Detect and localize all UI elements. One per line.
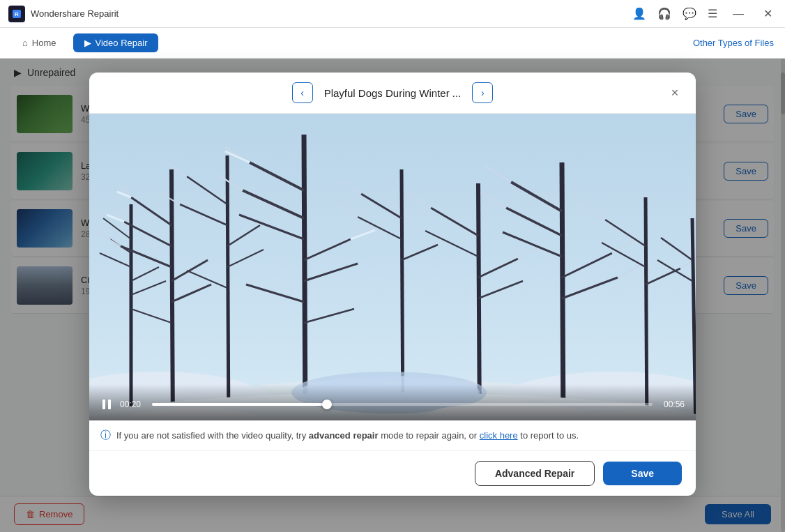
video-icon: ▶ xyxy=(84,38,91,48)
svg-line-58 xyxy=(562,162,563,420)
titlebar: R Wondershare Repairit 👤 🎧 💬 ☰ — ✕ xyxy=(0,0,785,28)
video-preview-dialog: ‹ Playful Dogs During Winter ... › × xyxy=(89,73,696,496)
dialog-title: Playful Dogs During Winter ... xyxy=(324,87,462,99)
svg-rect-89 xyxy=(108,400,111,409)
app-icon: R xyxy=(8,6,25,22)
svg-text:R: R xyxy=(15,11,19,17)
save-dialog-button[interactable]: Save xyxy=(603,462,682,485)
dialog-header: ‹ Playful Dogs During Winter ... › × xyxy=(89,73,696,114)
progress-fill xyxy=(152,403,327,406)
info-message: If you are not satisfied with the video … xyxy=(116,430,579,441)
progress-thumb[interactable] xyxy=(322,400,332,409)
headset-icon[interactable]: 🎧 xyxy=(657,7,671,20)
progress-track[interactable] xyxy=(152,403,653,406)
close-button[interactable]: ✕ xyxy=(759,6,777,22)
progress-bar-container: 00:20 00:56 xyxy=(100,398,685,411)
video-player[interactable]: 00:20 00:56 xyxy=(89,114,696,420)
info-icon: ⓘ xyxy=(100,429,111,442)
svg-line-14 xyxy=(172,169,173,420)
dialog-footer: Advanced Repair Save xyxy=(89,451,696,496)
chevron-left-icon: ‹ xyxy=(300,87,304,98)
navbar: ⌂ Home ▶ Video Repair Other Types of Fil… xyxy=(0,28,785,59)
other-types-link[interactable]: Other Types of Files xyxy=(693,38,774,48)
pause-button[interactable] xyxy=(100,398,113,411)
menu-icon[interactable]: ☰ xyxy=(708,7,717,20)
minimize-button[interactable]: — xyxy=(729,6,748,22)
nav-video-repair[interactable]: ▶ Video Repair xyxy=(73,33,159,52)
total-time: 00:56 xyxy=(660,400,685,409)
svg-line-34 xyxy=(304,135,305,420)
current-time: 00:20 xyxy=(120,400,145,409)
close-button[interactable]: × xyxy=(665,83,685,102)
home-icon: ⌂ xyxy=(22,38,28,48)
report-link[interactable]: click here xyxy=(480,430,518,441)
nav-home[interactable]: ⌂ Home xyxy=(11,33,68,52)
prev-button[interactable]: ‹ xyxy=(292,82,313,103)
chevron-right-icon: › xyxy=(481,87,485,98)
modal-overlay: ‹ Playful Dogs During Winter ... › × xyxy=(0,59,785,532)
account-icon[interactable]: 👤 xyxy=(632,7,646,20)
advanced-repair-button[interactable]: Advanced Repair xyxy=(475,461,595,486)
app-logo: R Wondershare Repairit xyxy=(8,6,632,22)
app-title: Wondershare Repairit xyxy=(31,8,119,19)
next-button[interactable]: › xyxy=(472,82,493,103)
main-content: ▶ Unrepaired Winter_Forest_1.mp4 45.2 MB… xyxy=(0,59,785,532)
svg-line-25 xyxy=(227,155,229,420)
window-controls: 👤 🎧 💬 ☰ — ✕ xyxy=(632,6,777,22)
chat-icon[interactable]: 💬 xyxy=(683,7,696,20)
svg-rect-88 xyxy=(102,400,105,409)
info-bar: ⓘ If you are not satisfied with the vide… xyxy=(89,420,696,451)
video-controls: 00:20 00:56 xyxy=(89,384,696,420)
